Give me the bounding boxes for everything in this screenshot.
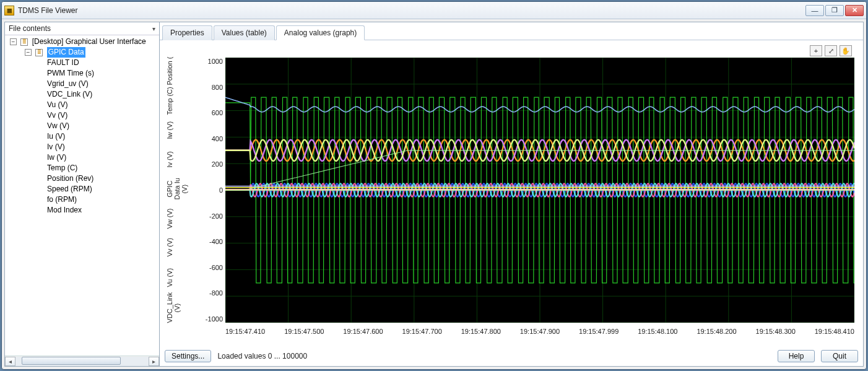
tab-properties[interactable]: Properties (162, 25, 212, 40)
folder-icon: ≣ (35, 49, 43, 56)
minimize-button[interactable]: — (805, 5, 824, 16)
tree-leaf[interactable]: Vu (V) (36, 100, 158, 110)
settings-button[interactable]: Settings... (165, 350, 211, 362)
x-tick: 19:15:47.500 (284, 328, 324, 335)
x-axis-ticks: 19:15:47.41019:15:47.50019:15:47.60019:1… (225, 328, 854, 335)
tree-leaf[interactable]: Iv (V) (36, 142, 158, 152)
y-axis-label: GPIC Data Iu (V) (166, 174, 198, 204)
y-axis-label: Position ( (166, 56, 198, 86)
maximize-button[interactable]: ❐ (825, 5, 844, 16)
status-text: Loaded values 0 ... 100000 (217, 352, 307, 360)
y-tick: 400 (199, 135, 223, 142)
window-controls: — ❐ ✕ (805, 5, 864, 16)
tree-leaf[interactable]: fo (RPM) (36, 194, 158, 205)
zoom-tool[interactable]: ⤢ (825, 45, 837, 56)
window-title: TDMS File Viewer (18, 6, 805, 15)
y-axis-label: Vw (V) (166, 204, 198, 234)
pan-tool[interactable]: ✋ (840, 45, 852, 56)
close-button[interactable]: ✕ (845, 5, 864, 16)
x-tick: 19:15:47.999 (579, 328, 618, 335)
collapse-icon[interactable]: − (10, 38, 17, 45)
x-tick: 19:15:48.410 (815, 328, 854, 335)
y-axis-labels: Position (Temp (C)Iw (V)Iv (V)GPIC Data … (166, 56, 198, 323)
app-body: File contents ▾ − ≣ [Desktop] Graphical … (4, 22, 864, 367)
y-tick: -1000 (199, 315, 223, 323)
app-window: ▦ TDMS File Viewer — ❐ ✕ File contents ▾… (1, 1, 867, 370)
scroll-right-button[interactable]: ▸ (149, 357, 159, 366)
y-tick: 800 (199, 84, 223, 91)
y-tick: -600 (199, 264, 223, 271)
chevron-down-icon: ▾ (152, 25, 155, 32)
crosshair-tool[interactable]: + (810, 45, 822, 56)
tree-leaf[interactable]: Iu (V) (36, 131, 158, 142)
scroll-left-button[interactable]: ◂ (5, 357, 15, 366)
y-tick: -400 (199, 238, 223, 245)
tab-analog-values-graph[interactable]: Analog values (graph) (276, 25, 365, 40)
scroll-track[interactable] (15, 357, 149, 366)
file-tree[interactable]: − ≣ [Desktop] Graphical User Interface −… (5, 35, 159, 356)
app-icon: ▦ (4, 6, 14, 15)
graph-toolbar: + ⤢ ✋ (810, 45, 852, 56)
tree-leaf[interactable]: Vv (V) (36, 110, 158, 121)
tree-leaf[interactable]: Vgrid_uv (V) (36, 79, 158, 89)
y-axis-label: Iw (V) (166, 115, 198, 145)
x-tick: 19:15:47.800 (461, 328, 501, 335)
y-tick: -800 (199, 289, 223, 297)
tree-leaf[interactable]: Position (Rev) (36, 173, 158, 184)
bottom-bar: Settings... Loaded values 0 ... 100000 H… (160, 347, 863, 366)
tree-leaf[interactable]: Speed (RPM) (36, 184, 158, 194)
sidebar: File contents ▾ − ≣ [Desktop] Graphical … (5, 22, 160, 366)
y-axis-label: Vv (V) (166, 233, 198, 263)
y-axis-label: VDC_Link (V) (166, 292, 198, 323)
x-tick: 19:15:48.200 (697, 328, 736, 335)
sidebar-header-label: File contents (9, 24, 51, 33)
tree-leaf[interactable]: Temp (C) (36, 163, 158, 173)
y-axis-ticks: 10008006004002000-200-400-600-800-1000 (199, 58, 223, 323)
chart-canvas[interactable] (225, 58, 854, 323)
quit-button[interactable]: Quit (821, 350, 858, 362)
tab-bar: PropertiesValues (table)Analog values (g… (160, 22, 863, 40)
main-panel: PropertiesValues (table)Analog values (g… (160, 22, 863, 366)
y-tick: 0 (199, 186, 223, 194)
y-axis-label: Vu (V) (166, 263, 198, 292)
collapse-icon[interactable]: − (25, 49, 32, 56)
file-icon: ≣ (20, 38, 28, 46)
help-button[interactable]: Help (778, 350, 815, 362)
tree-leaf[interactable]: Mod Index (36, 205, 158, 216)
tree-root[interactable]: − ≣ [Desktop] Graphical User Interface −… (6, 37, 158, 216)
tab-values-table[interactable]: Values (table) (214, 25, 275, 40)
x-tick: 19:15:47.700 (402, 328, 442, 335)
scroll-thumb[interactable] (22, 357, 121, 365)
x-tick: 19:15:48.100 (638, 328, 677, 335)
titlebar: ▦ TDMS File Viewer — ❐ ✕ (2, 2, 866, 19)
y-tick: 600 (199, 109, 223, 116)
sidebar-header[interactable]: File contents ▾ (5, 22, 159, 35)
sidebar-horizontal-scrollbar[interactable]: ◂ ▸ (5, 356, 159, 366)
y-axis-label: Temp (C) (166, 86, 198, 116)
x-tick: 19:15:47.900 (520, 328, 560, 335)
x-tick: 19:15:47.410 (225, 328, 265, 335)
tree-group-label: GPIC Data (47, 47, 85, 58)
x-tick: 19:15:48.300 (756, 328, 796, 335)
tree-leaf[interactable]: PWM Time (s) (36, 68, 158, 79)
tree-root-label: [Desktop] Graphical User Interface (32, 37, 146, 46)
tree-leaf[interactable]: Vw (V) (36, 121, 158, 131)
tree-group[interactable]: − ≣ GPIC Data FAULT IDPWM Time (s)Vgrid_… (21, 47, 158, 216)
plot-area: + ⤢ ✋ Position (Temp (C)Iw (V)Iv (V)GPIC… (166, 44, 857, 347)
tree-leaf[interactable]: Iw (V) (36, 152, 158, 163)
x-tick: 19:15:47.600 (343, 328, 383, 335)
y-axis-label: Iv (V) (166, 145, 198, 175)
tree-leaf[interactable]: FAULT ID (36, 58, 158, 68)
y-tick: -200 (199, 212, 223, 220)
y-tick: 1000 (199, 58, 223, 65)
tree-leaf[interactable]: VDC_Link (V) (36, 89, 158, 100)
y-tick: 200 (199, 160, 223, 168)
